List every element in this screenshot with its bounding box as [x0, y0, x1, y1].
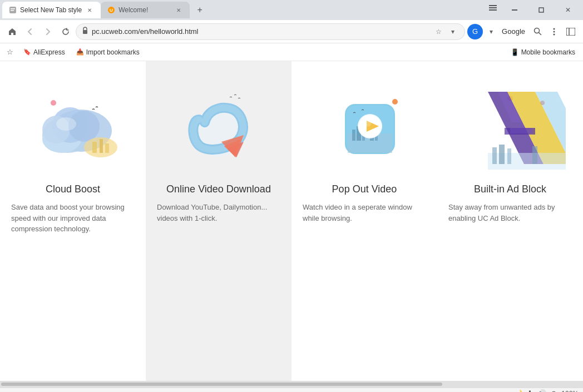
ad-block-title: Built-in Ad Block — [474, 183, 546, 195]
svg-rect-27 — [100, 139, 103, 153]
tab2-close-button[interactable]: ✕ — [174, 6, 183, 14]
mobile-bookmarks-label: Mobile bookmarks — [521, 48, 575, 56]
video-download-title: Online Video Download — [166, 183, 271, 195]
svg-point-45 — [363, 118, 372, 127]
svg-rect-58 — [532, 146, 537, 164]
svg-rect-57 — [507, 148, 511, 164]
tab2-label: Welcome! — [118, 6, 171, 14]
horizontal-scrollbar[interactable] — [0, 381, 583, 388]
nav-right-buttons — [530, 24, 579, 39]
close-button[interactable]: ✕ — [555, 0, 581, 20]
svg-rect-6 — [489, 7, 497, 8]
video-download-desc: Download YouTube, Dailymotion... videos … — [157, 202, 280, 224]
favorite-button[interactable]: ☆ — [432, 26, 444, 38]
tab1-close-button[interactable]: ✕ — [85, 6, 94, 14]
tab2-icon: U — [107, 6, 115, 14]
pop-out-video-desc: Watch video in a seperate window while b… — [303, 202, 426, 224]
svg-rect-8 — [512, 9, 517, 11]
extension-icon[interactable]: ⊕ — [551, 389, 557, 392]
svg-rect-2 — [11, 10, 14, 11]
svg-line-12 — [538, 33, 541, 35]
tab1-icon — [9, 6, 17, 14]
bookmark-aliexpress-icon: 🔖 — [23, 48, 31, 56]
svg-rect-9 — [539, 8, 544, 12]
svg-rect-5 — [489, 5, 497, 6]
main-content: Cloud Boost Save data and boost your bro… — [0, 61, 583, 381]
svg-rect-7 — [489, 9, 497, 11]
svg-rect-53 — [510, 128, 532, 133]
menu-button[interactable] — [546, 24, 562, 39]
feature-cloud-boost: Cloud Boost Save data and boost your bro… — [0, 61, 146, 381]
tab-strip-menu-button[interactable] — [485, 0, 501, 16]
new-tab-button[interactable]: + — [192, 2, 207, 18]
svg-rect-1 — [11, 8, 15, 9]
bookmarks-right: 📱 Mobile bookmarks — [507, 47, 579, 57]
nav-bar: pc.ucweb.com/en/helloworld.html ☆ ▾ G ▾ … — [0, 20, 583, 43]
feature-pop-out-video: Pop Out Video Watch video in a seperate … — [292, 61, 437, 381]
tab-select-new-tab-style[interactable]: Select New Tab style ✕ — [2, 2, 101, 18]
ad-block-image — [454, 83, 566, 172]
tab-welcome[interactable]: U Welcome! ✕ — [101, 2, 190, 18]
refresh-button[interactable] — [58, 24, 73, 39]
svg-rect-28 — [105, 143, 109, 153]
bookmark-import-label: Import bookmarks — [86, 48, 140, 56]
back-button[interactable] — [22, 24, 38, 39]
home-button[interactable] — [4, 24, 20, 39]
feature-online-video-download: Online Video Download Download YouTube, … — [146, 61, 292, 381]
address-text: pc.ucweb.com/en/helloworld.html — [92, 27, 429, 36]
feature-ad-block: Built-in Ad Block Stay away from unwante… — [437, 61, 583, 381]
maximize-button[interactable] — [528, 0, 554, 20]
download-icon[interactable]: ⬇ — [527, 389, 533, 392]
mobile-bookmarks-button[interactable]: 📱 Mobile bookmarks — [507, 47, 579, 57]
svg-point-14 — [554, 31, 555, 32]
svg-rect-37 — [352, 130, 355, 141]
search-engine-label: Google — [502, 27, 525, 36]
zoom-level: 100% — [561, 390, 579, 393]
cloud-boost-title: Cloud Boost — [46, 183, 100, 195]
volume-icon[interactable]: 🔊 — [537, 389, 546, 392]
minimize-button[interactable] — [502, 0, 527, 20]
video-download-image — [163, 83, 274, 172]
ad-block-desc: Stay away from unwanted ads by enabling … — [448, 202, 572, 224]
sidebar-button[interactable] — [563, 24, 579, 39]
cloud-boost-desc: Save data and boost your browsing speed … — [11, 202, 135, 235]
search-engine-selector[interactable]: Google — [500, 27, 527, 36]
search-button[interactable] — [530, 24, 545, 39]
svg-point-13 — [554, 28, 555, 29]
pop-out-video-image — [309, 83, 420, 172]
pop-out-video-title: Pop Out Video — [332, 183, 397, 195]
svg-rect-55 — [492, 147, 497, 164]
svg-rect-10 — [83, 30, 87, 34]
bookmarks-bar: ☆ 🔖 AliExpress 📥 Import bookmarks 📱 Mobi… — [0, 43, 583, 61]
profile-button[interactable]: G — [467, 24, 483, 39]
window-controls: ✕ — [485, 0, 581, 20]
profile-dropdown-button[interactable]: ▾ — [485, 26, 497, 38]
address-dropdown-button[interactable]: ▾ — [447, 26, 459, 38]
status-bar: 🌙 ⬇ 🔊 ⊕ 100% — [0, 388, 583, 392]
lock-icon — [82, 27, 88, 36]
svg-rect-56 — [499, 145, 505, 164]
svg-rect-16 — [566, 28, 575, 36]
scrollbar-track — [1, 383, 582, 386]
bookmark-import[interactable]: 📥 Import bookmarks — [73, 47, 143, 57]
bookmark-aliexpress-label: AliExpress — [33, 48, 65, 56]
bookmark-import-icon: 📥 — [76, 48, 84, 56]
bookmark-aliexpress[interactable]: 🔖 AliExpress — [20, 47, 68, 57]
bookmarks-bar-star-icon: ☆ — [4, 47, 16, 58]
address-actions: ☆ ▾ — [432, 26, 459, 38]
scrollbar-thumb[interactable] — [1, 383, 442, 386]
title-bar: Select New Tab style ✕ U Welcome! ✕ + ✕ — [0, 0, 583, 20]
tab1-label: Select New Tab style — [20, 6, 82, 14]
svg-text:U: U — [110, 8, 113, 13]
svg-point-15 — [554, 33, 555, 35]
address-bar[interactable]: pc.ucweb.com/en/helloworld.html ☆ ▾ — [76, 23, 465, 40]
mobile-bookmarks-icon: 📱 — [511, 48, 519, 56]
svg-point-33 — [392, 99, 398, 105]
forward-button[interactable] — [40, 24, 56, 39]
moon-icon[interactable]: 🌙 — [513, 389, 522, 392]
svg-point-29 — [56, 117, 76, 131]
svg-point-18 — [51, 100, 56, 106]
cloud-boost-image — [17, 83, 129, 172]
status-right: 🌙 ⬇ 🔊 ⊕ 100% — [513, 389, 579, 392]
svg-rect-26 — [92, 142, 97, 153]
